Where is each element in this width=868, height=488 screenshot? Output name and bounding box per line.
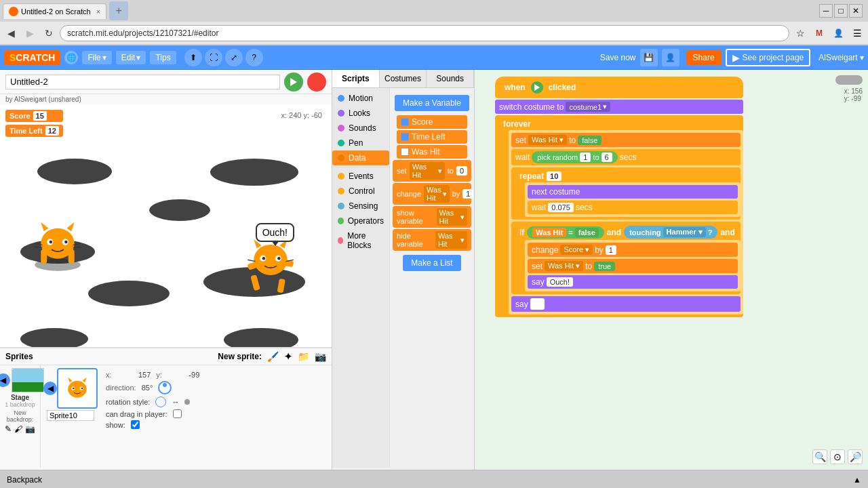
edit-stage-icon[interactable]: ✎ xyxy=(5,424,12,434)
save-icon[interactable]: 💾 xyxy=(640,49,658,66)
refresh-button[interactable]: ↻ xyxy=(41,25,57,41)
repeat-count[interactable]: 10 xyxy=(547,171,561,181)
gmail-icon[interactable]: M xyxy=(811,25,827,41)
hide-var-dropdown[interactable]: Was Hit ▾ xyxy=(435,231,467,249)
direction-widget[interactable] xyxy=(158,381,172,394)
cat-events[interactable]: Events xyxy=(332,169,389,184)
change-value-input[interactable]: 1 xyxy=(462,189,473,199)
sprite-thumb[interactable] xyxy=(57,368,98,409)
cat-data[interactable]: Data xyxy=(332,150,389,165)
cat-motion[interactable]: Motion xyxy=(332,91,389,106)
project-name-input[interactable] xyxy=(5,75,280,89)
rotation-flip-icon[interactable]: ↔ xyxy=(172,398,179,406)
was-hit-dd2[interactable]: Was Hit ▾ xyxy=(545,261,583,271)
camera-stage-icon[interactable]: 📷 xyxy=(25,424,35,434)
zoom-in-button[interactable]: 🔍 xyxy=(812,449,827,464)
cat-sound[interactable]: Sounds xyxy=(332,121,389,136)
maximize-button[interactable]: □ xyxy=(834,4,848,18)
change-var-dropdown[interactable]: Was Hit ▾ xyxy=(424,185,450,203)
cat-operators[interactable]: Operators xyxy=(332,214,389,228)
fullscreen-icon[interactable]: ⛶ xyxy=(205,49,222,66)
time-left-check[interactable] xyxy=(401,133,409,141)
when-flag-block[interactable]: when clicked xyxy=(495,77,743,98)
was-hit-dd1[interactable]: Was Hit ▾ xyxy=(528,135,567,145)
backpack-toggle[interactable]: ▲ xyxy=(853,475,861,485)
camera-sprite-icon[interactable]: 📷 xyxy=(315,351,326,362)
show-var-dropdown[interactable]: Was Hit ▾ xyxy=(437,208,467,226)
say-empty-block[interactable]: say xyxy=(511,296,741,312)
score-check[interactable] xyxy=(401,118,409,126)
say-value[interactable]: Ouch! xyxy=(547,277,573,287)
paint-stage-icon[interactable]: 🖌 xyxy=(14,424,22,434)
say-ouch-block[interactable]: say Ouch! xyxy=(528,275,738,289)
stage-thumbnail[interactable]: ◀ Stage 1 backdrop New backdrop: ✎ xyxy=(0,365,41,468)
rotation-none-icon[interactable] xyxy=(184,399,190,405)
resize-icon[interactable]: ⤢ xyxy=(225,49,243,66)
cat-more-blocks[interactable]: More Blocks xyxy=(332,228,389,253)
random-to[interactable]: 6 xyxy=(601,152,612,162)
prev-sprite-button[interactable]: ◀ xyxy=(43,382,57,395)
user-display[interactable]: AlSweigart ▾ xyxy=(818,53,864,62)
set-was-hit-false[interactable]: set Was Hit ▾ to false xyxy=(511,133,741,147)
cat-control[interactable]: Control xyxy=(332,184,389,199)
next-costume-block[interactable]: next costume xyxy=(528,185,738,199)
repeat-block[interactable]: repeat 10 next costume xyxy=(511,167,741,220)
can-drag-checkbox[interactable] xyxy=(173,409,182,418)
var-was-hit-block[interactable]: Was Hit xyxy=(397,145,467,159)
bookmark-icon[interactable]: ☆ xyxy=(792,25,808,41)
set-value-input[interactable]: 0 xyxy=(456,166,467,176)
make-variable-button[interactable]: Make a Variable xyxy=(395,95,469,111)
set-block[interactable]: set Was Hit ▾ to 0 xyxy=(393,160,471,182)
show-checkbox[interactable] xyxy=(131,420,140,429)
wait-block[interactable]: wait 0.075 secs xyxy=(528,201,738,214)
upload-icon[interactable]: ⬆ xyxy=(184,49,202,66)
back-button[interactable]: ◀ xyxy=(3,25,19,41)
minimize-button[interactable]: ─ xyxy=(819,4,833,18)
sprite-name-input[interactable] xyxy=(47,410,94,421)
forward-button[interactable]: ▶ xyxy=(22,25,38,41)
zoom-out-button[interactable]: 🔎 xyxy=(848,449,863,464)
set-var-dropdown[interactable]: Was Hit ▾ xyxy=(410,162,445,180)
tab-sounds[interactable]: Sounds xyxy=(427,70,474,87)
rotation-360-icon[interactable] xyxy=(155,396,166,407)
show-variable-block[interactable]: show variable Was Hit ▾ xyxy=(393,206,471,228)
var-time-left-block[interactable]: Time Left xyxy=(397,130,467,144)
menu-icon[interactable]: ☰ xyxy=(849,25,865,41)
costume-dropdown[interactable]: costume1 ▾ xyxy=(566,102,610,112)
hammer-dropdown[interactable]: Hammer ▾ xyxy=(663,227,706,237)
edit-menu[interactable]: Edit ▾ xyxy=(116,51,146,64)
score-dd[interactable]: Score ▾ xyxy=(560,245,593,255)
was-hit-operand[interactable]: Was Hit xyxy=(532,228,566,237)
if-block[interactable]: if Was Hit = false and xyxy=(511,222,741,294)
make-list-button[interactable]: Make a List xyxy=(403,255,460,271)
cat-looks[interactable]: Looks xyxy=(332,106,389,121)
see-project-button[interactable]: ▶ See project page xyxy=(726,49,811,66)
switch-costume-block[interactable]: switch costume to costume1 ▾ xyxy=(495,100,743,114)
change-score-block[interactable]: change Score ▾ by 1 xyxy=(528,243,738,257)
save-now-button[interactable]: Save now xyxy=(600,53,636,62)
green-flag-button[interactable] xyxy=(284,73,303,92)
tab-close-button[interactable]: × xyxy=(96,7,100,16)
tab-scripts[interactable]: Scripts xyxy=(332,70,380,87)
scratch-logo[interactable]: SCRATCH xyxy=(4,50,60,65)
random-from[interactable]: 1 xyxy=(580,152,591,162)
say-empty-value[interactable] xyxy=(530,298,545,310)
tips-menu[interactable]: Tips xyxy=(150,51,176,64)
was-hit-check[interactable] xyxy=(401,148,409,156)
cat-pen[interactable]: Pen xyxy=(332,136,389,150)
was-hit-equals-false[interactable]: Was Hit = false xyxy=(527,226,604,239)
set-was-hit-true[interactable]: set Was Hit ▾ to true xyxy=(528,259,738,273)
share-button[interactable]: Share xyxy=(686,50,722,65)
cat-sensing[interactable]: Sensing xyxy=(332,199,389,214)
backpack-bar[interactable]: Backpack ▲ xyxy=(0,470,868,488)
upload-sprite-icon[interactable]: 📁 xyxy=(298,351,309,362)
profile-icon[interactable]: 👤 xyxy=(830,25,846,41)
add-sprite-icon[interactable]: ✦ xyxy=(284,351,292,362)
var-score-block[interactable]: Score xyxy=(397,115,467,129)
wait-random-block[interactable]: wait pick random 1 to 6 secs xyxy=(511,149,741,165)
wait-value[interactable]: 0.075 xyxy=(548,203,574,212)
forever-block[interactable]: forever set Was Hit ▾ to false xyxy=(495,115,743,317)
question-icon[interactable]: ? xyxy=(245,49,263,66)
touching-hammer[interactable]: touching Hammer ▾ ? xyxy=(624,226,717,239)
change-block[interactable]: change Was Hit ▾ by 1 xyxy=(393,183,471,205)
